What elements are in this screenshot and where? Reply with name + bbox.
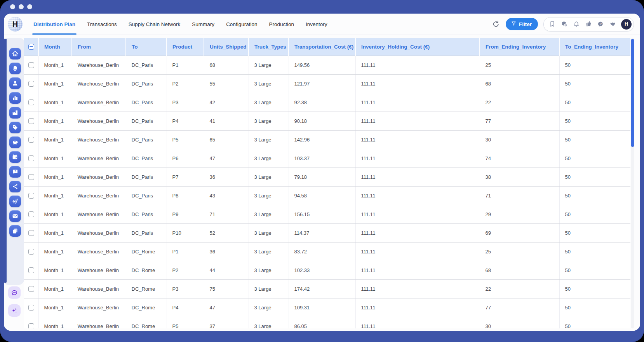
column-header-to[interactable]: To	[126, 38, 167, 56]
column-header-product[interactable]: Product	[167, 38, 204, 56]
maximize-window-button[interactable]	[27, 4, 32, 9]
row-checkbox[interactable]	[28, 267, 34, 273]
cell: 41	[204, 112, 249, 130]
table-row: Month_1Warehouse_BerlinDC_ParisP5653 Lar…	[24, 130, 630, 149]
minimize-window-button[interactable]	[19, 4, 24, 9]
column-header-truck-types[interactable]: Truck_Types	[249, 38, 289, 56]
cell: 77	[480, 298, 559, 317]
cell: Warehouse_Berlin	[72, 186, 126, 205]
cell: 3 Large	[249, 298, 289, 317]
sidebar-item-share-network[interactable]	[9, 181, 21, 192]
row-select-cell	[24, 130, 38, 149]
cell: P1	[167, 242, 204, 261]
column-header-transportation-cost[interactable]: Transportation_Cost (€)	[289, 38, 355, 56]
row-checkbox[interactable]	[28, 193, 34, 199]
cell: 3 Large	[249, 223, 289, 242]
database-icon[interactable]	[561, 21, 568, 28]
tab-transactions[interactable]: Transactions	[87, 14, 117, 35]
handshake-icon[interactable]	[609, 21, 616, 28]
mail-icon	[12, 213, 19, 220]
row-checkbox[interactable]	[28, 174, 34, 180]
row-checkbox[interactable]	[28, 155, 34, 161]
cell: 50	[559, 223, 630, 242]
sidebar-item-home[interactable]	[9, 48, 21, 59]
close-window-button[interactable]	[10, 4, 15, 9]
factory-icon	[12, 109, 19, 116]
app-window: H Distribution PlanTransactionsSupply Ch…	[4, 14, 640, 331]
cell: 25	[480, 242, 559, 261]
row-checkbox[interactable]	[28, 62, 34, 68]
sidebar-rail	[4, 39, 7, 283]
row-checkbox[interactable]	[28, 249, 34, 255]
cell: Warehouse_Berlin	[72, 242, 126, 261]
refresh-icon[interactable]	[492, 20, 500, 28]
user-avatar[interactable]: H	[621, 19, 632, 30]
table-row: Month_1Warehouse_BerlinDC_ParisP3423 Lar…	[24, 93, 630, 112]
cell: DC_Paris	[126, 186, 167, 205]
tab-bar: Distribution PlanTransactionsSupply Chai…	[33, 14, 327, 35]
column-header-month[interactable]: Month	[38, 38, 72, 56]
cell: 71	[204, 205, 249, 223]
tab-supply-chain-network[interactable]: Supply Chain Network	[129, 14, 181, 35]
table-row: Month_1Warehouse_BerlinDC_ParisP1683 Lar…	[24, 56, 630, 74]
cell: 111.11	[355, 130, 480, 149]
sidebar-item-chat-question[interactable]: ?	[9, 166, 21, 178]
bell-icon[interactable]	[573, 21, 580, 28]
tab-configuration[interactable]: Configuration	[226, 14, 257, 35]
row-checkbox[interactable]	[28, 99, 34, 105]
sidebar-item-alert-bell[interactable]	[9, 63, 21, 74]
sidebar-item-tag[interactable]	[9, 122, 21, 133]
sidebar-item-bar-chart[interactable]	[9, 92, 21, 104]
column-header-from-ending-inventory[interactable]: From_Ending_Inventory	[480, 38, 559, 56]
traffic-lights[interactable]	[10, 4, 32, 9]
sidebar-item-gears[interactable]	[9, 195, 21, 207]
column-header-from[interactable]: From	[72, 38, 126, 56]
calendar-icon	[12, 154, 19, 161]
sidebar-item-user[interactable]	[9, 77, 21, 89]
cell: 3 Large	[249, 74, 289, 93]
cell: 50	[559, 149, 630, 168]
cell: 111.11	[355, 317, 480, 328]
sidebar-item-copy-docs[interactable]	[9, 225, 21, 237]
sidebar-item-mail[interactable]	[9, 210, 21, 222]
row-checkbox[interactable]	[28, 81, 34, 87]
tab-distribution-plan[interactable]: Distribution Plan	[33, 14, 75, 35]
row-checkbox[interactable]	[28, 286, 34, 292]
sidebar-item-chat-dots[interactable]	[8, 286, 21, 299]
select-all-checkbox[interactable]	[28, 44, 34, 50]
sidebar-item-sparkles[interactable]	[8, 304, 21, 317]
sidebar-item-factory[interactable]	[9, 107, 21, 119]
cell: Month_1	[38, 130, 72, 149]
column-header-units-shipped[interactable]: Units_Shipped	[204, 38, 249, 56]
row-checkbox[interactable]	[28, 211, 34, 217]
sparkles-icon	[11, 307, 18, 314]
cell: P4	[167, 112, 204, 130]
cell: P5	[167, 130, 204, 149]
tab-inventory[interactable]: Inventory	[306, 14, 327, 35]
table-row: Month_1Warehouse_BerlinDC_ParisP8433 Lar…	[24, 186, 630, 205]
cell: 109.31	[289, 298, 355, 317]
cell: 94.58	[289, 186, 355, 205]
row-checkbox[interactable]	[28, 305, 34, 311]
cell: DC_Paris	[126, 93, 167, 112]
row-checkbox[interactable]	[28, 230, 34, 236]
row-checkbox[interactable]	[28, 323, 34, 329]
sidebar-item-piggy-bank[interactable]	[9, 136, 21, 148]
filter-button[interactable]: Filter	[506, 18, 538, 30]
cell: P3	[167, 93, 204, 112]
vertical-scrollbar-thumb[interactable]	[631, 39, 634, 147]
tab-production[interactable]: Production	[269, 14, 294, 35]
help-icon[interactable]: ?	[597, 21, 604, 28]
bookmark-icon[interactable]	[549, 21, 556, 28]
tickets-icon[interactable]	[585, 21, 592, 28]
row-checkbox[interactable]	[28, 137, 34, 143]
column-header-inventory-holding-cost[interactable]: Inventory_Holding_Cost (€)	[355, 38, 480, 56]
table-row: Month_1Warehouse_BerlinDC_ParisP4413 Lar…	[24, 112, 630, 130]
tab-summary[interactable]: Summary	[192, 14, 214, 35]
filter-button-label: Filter	[519, 21, 532, 27]
cell: 42	[204, 93, 249, 112]
column-header-to-ending-inventory[interactable]: To_Ending_Inventory	[559, 38, 630, 56]
app-logo[interactable]: H	[8, 17, 23, 31]
sidebar-item-calendar[interactable]	[9, 151, 21, 163]
row-checkbox[interactable]	[28, 118, 34, 124]
